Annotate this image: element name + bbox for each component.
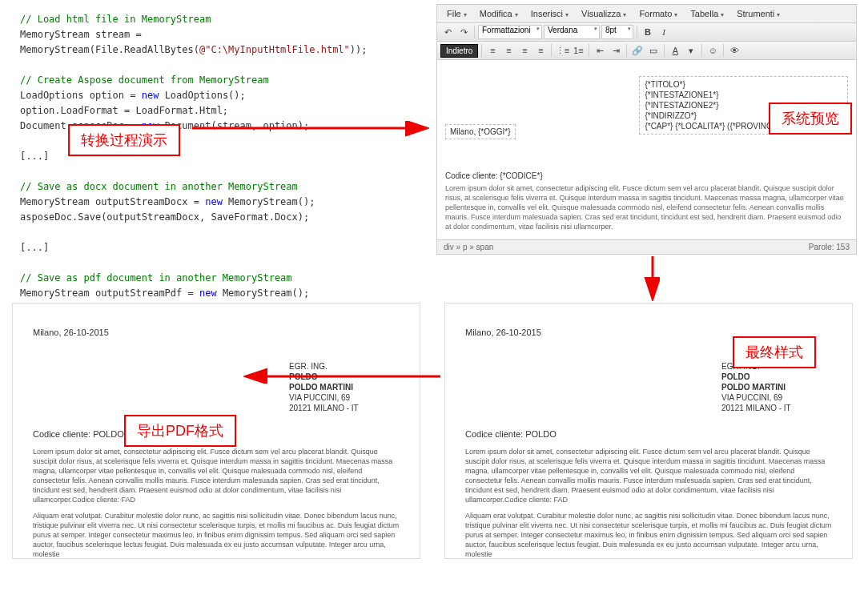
- toolbar-row-1: ↶ ↷ Formattazioni Verdana 8pt B I: [437, 23, 856, 42]
- annotation-final-style: 最终样式: [733, 336, 816, 368]
- codice-line: Codice cliente: {*CODICE*}: [445, 171, 848, 180]
- redo-icon[interactable]: ↷: [456, 25, 471, 39]
- annotation-export-pdf: 导出PDF格式: [124, 415, 236, 447]
- pdf-codice: Codice cliente: POLDO: [465, 429, 832, 439]
- code-comment: // Save as pdf document in another Memor…: [20, 272, 292, 283]
- link-icon[interactable]: 🔗: [630, 43, 645, 58]
- date-placeholder: Milano, {*OGGI*}: [445, 124, 516, 139]
- pdf-paragraph: Lorem ipsum dolor sit amet, consectetur …: [465, 447, 832, 505]
- breadcrumb-path[interactable]: div » p » span: [444, 243, 493, 251]
- pdf-date: Milano, 26-10-2015: [33, 328, 400, 337]
- indent-icon[interactable]: ⇥: [609, 43, 623, 58]
- image-icon[interactable]: ▭: [646, 43, 661, 58]
- number-list-icon[interactable]: 1≡: [571, 43, 585, 58]
- align-right-icon[interactable]: ≡: [517, 43, 532, 58]
- menu-file[interactable]: File: [440, 6, 473, 21]
- align-left-icon[interactable]: ≡: [485, 43, 500, 58]
- menu-strumenti[interactable]: Strumenti: [730, 6, 786, 21]
- pdf-paragraph: Aliquam erat volutpat. Curabitur molesti…: [465, 511, 832, 559]
- code-ellipsis: [...]: [20, 240, 416, 255]
- font-select[interactable]: Verdana: [544, 25, 600, 39]
- editor-content-area[interactable]: Milano, {*OGGI*} {*TITOLO*} {*INTESTAZIO…: [437, 60, 856, 239]
- code-line: MemoryStream stream = MemoryStream(File.…: [20, 27, 416, 58]
- pdf-address: EGR. ING. POLDO POLDO MARTINI VIA PUCCIN…: [721, 361, 850, 413]
- arrow-down-1: [641, 256, 673, 304]
- undo-icon[interactable]: ↶: [440, 25, 455, 39]
- code-line: MemoryStream outputStreamPdf = new Memor…: [20, 286, 416, 301]
- bg-color-icon[interactable]: ▾: [684, 43, 698, 58]
- menu-visualizza[interactable]: Visualizza: [575, 6, 633, 21]
- outdent-icon[interactable]: ⇤: [593, 43, 607, 58]
- size-select[interactable]: 8pt: [601, 25, 633, 39]
- menu-formato[interactable]: Formato: [633, 6, 684, 21]
- code-comment: // Save as docx document in another Memo…: [20, 181, 298, 192]
- emoji-icon[interactable]: ☺: [705, 43, 720, 58]
- bold-button[interactable]: B: [641, 25, 655, 39]
- format-select[interactable]: Formattazioni: [478, 25, 542, 39]
- editor-status-bar: div » p » span Parole: 153: [437, 239, 856, 254]
- align-center-icon[interactable]: ≡: [501, 43, 516, 58]
- pdf-paragraph: Aliquam erat volutpat. Curabitur molesti…: [33, 511, 400, 559]
- arrow-right-1: [192, 112, 432, 144]
- arrow-left-1: [240, 360, 448, 392]
- menu-bar: File Modifica Inserisci Visualizza Forma…: [437, 5, 856, 23]
- annotation-system-preview: 系统预览: [769, 103, 852, 135]
- code-line: MemoryStream outputStreamDocx = new Memo…: [20, 195, 416, 210]
- code-comment: // Create Aspose document from MemoryStr…: [20, 74, 269, 86]
- bullet-list-icon[interactable]: ⋮≡: [555, 43, 569, 58]
- code-comment: // Load html file in MemoryStream: [20, 14, 211, 25]
- align-justify-icon[interactable]: ≡: [533, 43, 548, 58]
- code-line: LoadOptions option = new LoadOptions();: [20, 88, 416, 103]
- italic-button[interactable]: I: [657, 25, 671, 39]
- menu-modifica[interactable]: Modifica: [473, 6, 524, 21]
- code-line: asposeDoc.Save(outputStreamDocx, SaveFor…: [20, 210, 416, 225]
- toolbar-row-2: Indietro ≡ ≡ ≡ ≡ ⋮≡ 1≡ ⇤ ⇥ 🔗 ▭ A ▾ ☺ 👁: [437, 42, 856, 60]
- preview-icon[interactable]: 👁: [727, 43, 741, 58]
- menu-inserisci[interactable]: Inserisci: [524, 6, 575, 21]
- text-color-icon[interactable]: A: [668, 43, 682, 58]
- annotation-transform-demo: 转换过程演示: [68, 124, 180, 156]
- indietro-button[interactable]: Indietro: [440, 44, 478, 58]
- menu-tabella[interactable]: Tabella: [684, 6, 730, 21]
- word-count: Parole: 153: [809, 243, 850, 251]
- lorem-text: Lorem ipsum dolor sit amet, consectetur …: [445, 183, 848, 231]
- pdf-paragraph: Lorem ipsum dolor sit amet, consectetur …: [33, 447, 400, 505]
